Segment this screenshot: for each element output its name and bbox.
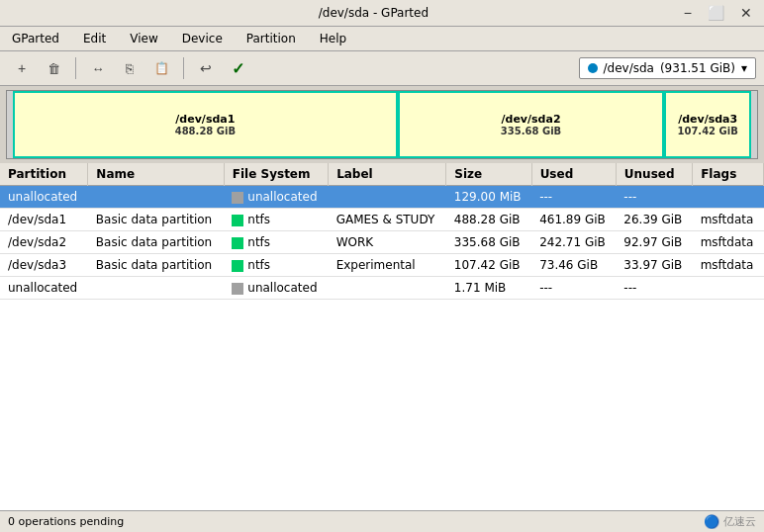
- cell-filesystem: ntfs: [224, 209, 328, 231]
- cell-label: [329, 277, 446, 300]
- cell-unused: 92.97 GiB: [616, 231, 692, 254]
- table-row[interactable]: unallocated unallocated 1.71 MiB --- ---: [0, 277, 764, 300]
- disk-visualization: /dev/sda1 488.28 GiB /dev/sda2 335.68 Gi…: [6, 90, 758, 159]
- table-row[interactable]: unallocated unallocated 129.00 MiB --- -…: [0, 186, 764, 209]
- menu-device[interactable]: Device: [178, 30, 227, 47]
- resize-icon: ↔: [92, 61, 105, 76]
- cell-unused: ---: [616, 277, 692, 300]
- disk-segment-sda1[interactable]: /dev/sda1 488.28 GiB: [13, 91, 399, 158]
- table-row[interactable]: /dev/sda1 Basic data partition ntfs GAME…: [0, 209, 764, 231]
- disk-segment-sda2[interactable]: /dev/sda2 335.68 GiB: [398, 91, 664, 158]
- apply-button[interactable]: ✓: [224, 55, 251, 81]
- col-header-size: Size: [446, 163, 531, 186]
- menu-help[interactable]: Help: [316, 30, 350, 47]
- minimize-button[interactable]: −: [680, 6, 696, 20]
- delete-button[interactable]: 🗑: [40, 55, 67, 81]
- watermark: 🔵 亿速云: [704, 514, 756, 529]
- cell-used: ---: [531, 277, 616, 300]
- close-button[interactable]: ✕: [736, 6, 756, 20]
- device-selector[interactable]: /dev/sda (931.51 GiB) ▾: [579, 57, 756, 79]
- col-header-filesystem: File System: [224, 163, 328, 186]
- disk-seg-sda1-label: /dev/sda1: [175, 113, 235, 126]
- cell-filesystem: unallocated: [224, 186, 328, 209]
- fs-color-icon: [232, 283, 243, 295]
- title-bar: /dev/sda - GParted − ⬜ ✕: [0, 0, 764, 27]
- col-header-partition: Partition: [0, 163, 88, 186]
- cell-label: GAMES & STUDY: [329, 209, 446, 231]
- resize-button[interactable]: ↔: [84, 55, 112, 81]
- watermark-text: 亿速云: [723, 514, 756, 529]
- device-path: /dev/sda: [604, 61, 654, 75]
- toolbar-separator-1: [75, 57, 76, 79]
- menu-bar: GParted Edit View Device Partition Help: [0, 27, 764, 51]
- new-button[interactable]: +: [8, 55, 36, 81]
- cell-partition: /dev/sda1: [0, 209, 88, 231]
- undo-icon: ↩: [200, 60, 212, 76]
- copy-button[interactable]: ⎘: [116, 55, 143, 81]
- menu-gparted[interactable]: GParted: [8, 30, 63, 47]
- col-header-used: Used: [531, 163, 616, 186]
- fs-color-icon: [232, 192, 243, 204]
- col-header-flags: Flags: [693, 163, 764, 186]
- status-bar: 0 operations pending 🔵 亿速云: [0, 510, 764, 532]
- status-text: 0 operations pending: [8, 515, 124, 528]
- cell-used: 461.89 GiB: [531, 209, 616, 231]
- paste-icon: 📋: [154, 61, 169, 75]
- cell-filesystem: ntfs: [224, 231, 328, 254]
- disk-seg-sda2-label: /dev/sda2: [502, 113, 561, 126]
- cell-flags: msftdata: [693, 254, 764, 277]
- cell-name: [88, 186, 224, 209]
- table-header-row: Partition Name File System Label Size Us…: [0, 163, 764, 186]
- disk-seg-sda3-size: 107.42 GiB: [677, 126, 737, 136]
- cell-name: Basic data partition: [88, 231, 224, 254]
- col-header-name: Name: [88, 163, 224, 186]
- device-size: (931.51 GiB): [660, 61, 735, 75]
- window-title: /dev/sda - GParted: [67, 6, 680, 20]
- cell-size: 129.00 MiB: [446, 186, 531, 209]
- cell-label: Experimental: [329, 254, 446, 277]
- toolbar: + 🗑 ↔ ⎘ 📋 ↩ ✓ /dev/sda (931.51 GiB) ▾: [0, 51, 764, 86]
- cell-size: 107.42 GiB: [446, 254, 531, 277]
- cell-filesystem: ntfs: [224, 254, 328, 277]
- undo-button[interactable]: ↩: [192, 55, 220, 81]
- cell-partition: unallocated: [0, 277, 88, 300]
- cell-size: 335.68 GiB: [446, 231, 531, 254]
- new-icon: +: [18, 60, 26, 76]
- chevron-down-icon: ▾: [741, 61, 747, 75]
- col-header-label: Label: [329, 163, 446, 186]
- apply-icon: ✓: [232, 59, 244, 78]
- cell-partition: unallocated: [0, 186, 88, 209]
- cell-flags: [693, 186, 764, 209]
- cell-name: [88, 277, 224, 300]
- cell-filesystem: unallocated: [224, 277, 328, 300]
- menu-partition[interactable]: Partition: [242, 30, 300, 47]
- cell-label: WORK: [329, 231, 446, 254]
- cell-used: 242.71 GiB: [531, 231, 616, 254]
- cell-size: 1.71 MiB: [446, 277, 531, 300]
- cell-flags: msftdata: [693, 209, 764, 231]
- fs-color-icon: [232, 260, 243, 272]
- cell-unused: 26.39 GiB: [616, 209, 692, 231]
- toolbar-separator-2: [183, 57, 184, 79]
- disk-segment-sda3[interactable]: /dev/sda3 107.42 GiB: [664, 91, 752, 158]
- col-header-unused: Unused: [616, 163, 692, 186]
- table-row[interactable]: /dev/sda2 Basic data partition ntfs WORK…: [0, 231, 764, 254]
- table-row[interactable]: /dev/sda3 Basic data partition ntfs Expe…: [0, 254, 764, 277]
- fs-color-icon: [232, 215, 243, 226]
- cell-name: Basic data partition: [88, 209, 224, 231]
- cell-name: Basic data partition: [88, 254, 224, 277]
- menu-view[interactable]: View: [126, 30, 161, 47]
- cell-used: 73.46 GiB: [531, 254, 616, 277]
- cell-unused: ---: [616, 186, 692, 209]
- disk-unalloc-end: [751, 91, 757, 158]
- menu-edit[interactable]: Edit: [79, 30, 110, 47]
- delete-icon: 🗑: [48, 61, 60, 76]
- fs-color-icon: [232, 237, 243, 249]
- disk-icon: [588, 63, 598, 73]
- maximize-button[interactable]: ⬜: [704, 6, 728, 20]
- cell-used: ---: [531, 186, 616, 209]
- paste-button[interactable]: 📋: [147, 55, 175, 81]
- disk-seg-sda3-label: /dev/sda3: [678, 113, 737, 126]
- cell-label: [329, 186, 446, 209]
- cell-unused: 33.97 GiB: [616, 254, 692, 277]
